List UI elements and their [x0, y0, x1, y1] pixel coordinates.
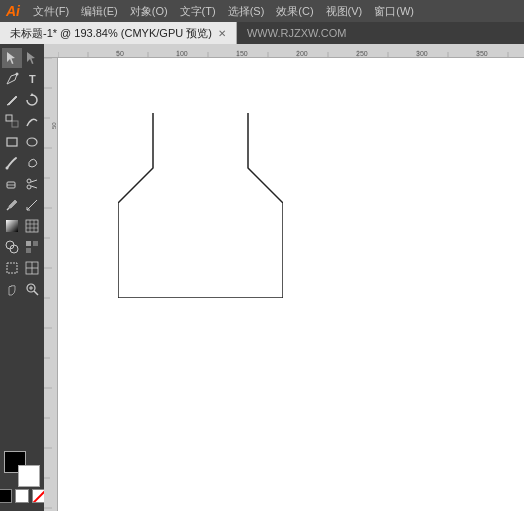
- artboard-tool[interactable]: [2, 258, 22, 278]
- svg-text:300: 300: [416, 50, 428, 57]
- svg-rect-29: [26, 248, 31, 253]
- menu-effect[interactable]: 效果(C): [271, 2, 318, 21]
- menu-bar: 文件(F) 编辑(E) 对象(O) 文字(T) 选择(S) 效果(C) 视图(V…: [28, 2, 419, 21]
- canvas-area[interactable]: 50 100 150 200 250: [44, 44, 524, 511]
- main-layout: T: [0, 44, 524, 511]
- zoom-tool[interactable]: [23, 279, 43, 299]
- gradient-tool[interactable]: [2, 216, 22, 236]
- select-tool[interactable]: [2, 48, 22, 68]
- svg-line-35: [34, 291, 38, 295]
- color-mini-row: [0, 489, 46, 503]
- tool-row-navigation: [2, 279, 42, 299]
- scissors-tool[interactable]: [23, 174, 43, 194]
- tool-row-brush: [2, 153, 42, 173]
- tool-row-pen: T: [2, 69, 42, 89]
- scale-tool[interactable]: [2, 111, 22, 131]
- svg-rect-6: [7, 138, 17, 146]
- tab-close-icon[interactable]: ✕: [218, 28, 226, 39]
- tool-row-select: [2, 48, 42, 68]
- mesh-tool[interactable]: [23, 216, 43, 236]
- svg-text:200: 200: [296, 50, 308, 57]
- tab-active[interactable]: 未标题-1* @ 193.84% (CMYK/GPU 预览) ✕: [0, 22, 237, 44]
- tool-row-gradient: [2, 216, 42, 236]
- menu-edit[interactable]: 编辑(E): [76, 2, 123, 21]
- warp-tool[interactable]: [23, 111, 43, 131]
- eyedropper-tool[interactable]: [2, 195, 22, 215]
- svg-rect-20: [26, 220, 38, 232]
- app-logo: Ai: [6, 3, 20, 19]
- shape-container: [118, 113, 283, 301]
- svg-marker-0: [7, 52, 15, 64]
- ruler-ticks: 50 100 150 200 250: [44, 44, 524, 57]
- svg-rect-27: [26, 241, 31, 246]
- blob-brush-tool[interactable]: [23, 153, 43, 173]
- pen-tool[interactable]: [2, 69, 22, 89]
- tool-row-builder: [2, 237, 42, 257]
- ruler-horizontal: 50 100 150 200 250: [44, 44, 524, 58]
- measure-tool[interactable]: [23, 195, 43, 215]
- tool-row-eraser: [2, 174, 42, 194]
- tool-row-artboard: [2, 258, 42, 278]
- toolbar: T: [0, 44, 44, 511]
- tab-label-inactive: WWW.RJZXW.COM: [247, 27, 347, 39]
- svg-point-8: [5, 167, 8, 170]
- svg-rect-28: [33, 241, 38, 246]
- svg-point-12: [27, 185, 31, 189]
- svg-rect-19: [6, 220, 18, 232]
- artwork-shape: [118, 113, 283, 298]
- tab-bar: 未标题-1* @ 193.84% (CMYK/GPU 预览) ✕ WWW.RJZ…: [0, 22, 524, 44]
- svg-marker-1: [27, 52, 35, 64]
- svg-line-15: [7, 208, 9, 210]
- svg-point-11: [27, 179, 31, 183]
- color-section: [0, 447, 46, 507]
- svg-point-7: [27, 138, 37, 146]
- tool-row-shapes: [2, 132, 42, 152]
- menu-view[interactable]: 视图(V): [321, 2, 368, 21]
- menu-file[interactable]: 文件(F): [28, 2, 74, 21]
- mini-color-swatch[interactable]: [0, 489, 12, 503]
- slice-tool[interactable]: [23, 258, 43, 278]
- svg-point-2: [15, 73, 18, 76]
- rotate-tool[interactable]: [23, 90, 43, 110]
- eraser-tool[interactable]: [2, 174, 22, 194]
- tab-label-active: 未标题-1* @ 193.84% (CMYK/GPU 预览): [10, 26, 212, 41]
- direct-select-tool[interactable]: [23, 48, 43, 68]
- tool-row-eyedropper: [2, 195, 42, 215]
- hand-tool[interactable]: [2, 279, 22, 299]
- ellipse-tool[interactable]: [23, 132, 43, 152]
- svg-text:350: 350: [476, 50, 488, 57]
- tool-row-scale: [2, 111, 42, 131]
- type-tool[interactable]: T: [23, 69, 43, 89]
- svg-text:150: 150: [236, 50, 248, 57]
- menu-type[interactable]: 文字(T): [175, 2, 221, 21]
- svg-line-16: [27, 200, 37, 210]
- tool-row-pencil: [2, 90, 42, 110]
- background-color[interactable]: [18, 465, 40, 487]
- svg-text:100: 100: [176, 50, 188, 57]
- rectangle-tool[interactable]: [2, 132, 22, 152]
- menu-select[interactable]: 选择(S): [223, 2, 270, 21]
- svg-text:50: 50: [116, 50, 124, 57]
- menu-object[interactable]: 对象(O): [125, 2, 173, 21]
- svg-rect-30: [7, 263, 17, 273]
- svg-line-13: [31, 180, 37, 182]
- mini-white-swatch[interactable]: [15, 489, 29, 503]
- shape-builder-tool[interactable]: [2, 237, 22, 257]
- ruler-vertical: 50: [44, 58, 58, 511]
- menu-window[interactable]: 窗口(W): [369, 2, 419, 21]
- svg-rect-5: [12, 121, 18, 127]
- artboard-canvas[interactable]: [58, 58, 524, 511]
- brush-tool[interactable]: [2, 153, 22, 173]
- tab-inactive[interactable]: WWW.RJZXW.COM: [237, 22, 357, 44]
- pencil-tool[interactable]: [2, 90, 22, 110]
- svg-line-14: [31, 186, 37, 188]
- svg-rect-4: [6, 115, 12, 121]
- svg-text:50: 50: [51, 122, 57, 129]
- color-swatches[interactable]: [4, 451, 40, 487]
- svg-text:250: 250: [356, 50, 368, 57]
- title-bar: Ai 文件(F) 编辑(E) 对象(O) 文字(T) 选择(S) 效果(C) 视…: [0, 0, 524, 22]
- live-paint-tool[interactable]: [23, 237, 43, 257]
